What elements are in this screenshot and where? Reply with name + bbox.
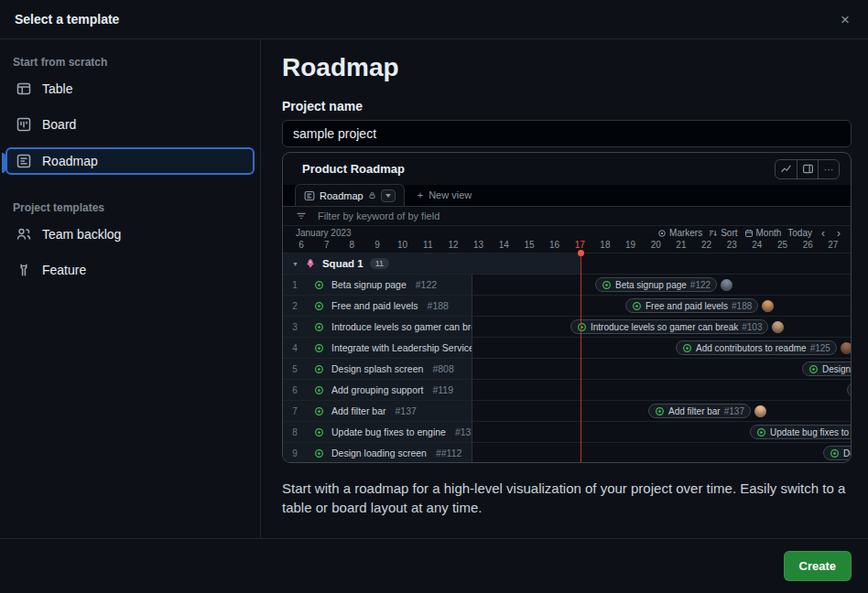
timeline-date: 13 [473,240,483,250]
open-issue-icon [314,280,324,290]
pill-title: Add filter bar [668,406,721,416]
timeline-date: 12 [448,240,458,250]
roadmap-row-table-cell: 2Free and paid levels#188 [283,296,472,316]
open-issue-icon [655,406,665,416]
lock-icon [368,191,376,199]
pill-title: Design splash screen [822,364,852,374]
open-issue-icon [682,343,692,353]
timeline-pill: Design loading screen#112 [823,446,852,460]
timeline-date: 15 [524,240,534,250]
open-issue-icon [314,364,324,374]
sidebar-section-gap [5,185,255,198]
row-number: 7 [283,406,307,416]
timeline-date: 19 [625,240,635,250]
open-issue-icon [632,301,642,311]
create-button[interactable]: Create [784,551,852,581]
tab-roadmap: Roadmap [295,184,405,206]
row-number: 4 [283,343,307,353]
timeline-date: 6 [298,240,304,250]
timeline-pill-bar: Introduce levels so gamer can break#103 [570,319,768,334]
timeline-date: 26 [803,240,813,250]
sidebar-item-table[interactable]: Table [5,76,255,102]
close-icon[interactable]: × [837,8,853,31]
timeline-pill-bar: Design splash screen#808 [802,361,852,376]
timeline-date: 25 [777,240,787,250]
chevron-right-icon: › [834,227,843,240]
row-number: 1 [283,280,307,290]
people-icon [16,227,31,242]
open-issue-icon [756,427,766,437]
new-view-label: New view [429,189,472,200]
today-button: Today [787,228,812,238]
roadmap-row: 3Introduce levels so gamer can break#103… [283,316,851,337]
timeline-pill: Introduce levels so gamer can break#103 [570,319,784,334]
project-name-input[interactable] [282,120,852,147]
timeline-pill: Add contributors to readme#125 [676,340,852,355]
filter-placeholder: Filter by keyword of by field [318,210,439,221]
dialog-title: Select a template [15,12,119,27]
pill-title: Beta signup page [615,280,687,290]
open-issue-icon [808,364,819,374]
sort-icon [709,229,718,238]
pill-title: Add contributors to readme [696,343,807,353]
roadmap-row-table-cell: 9Design loading screen##112 [283,443,472,463]
row-issue-number: #133 [455,426,472,437]
roadmap-row: 6Add grouping support#119Add grouping su… [283,379,851,400]
sidebar-item-label: Team backlog [42,227,121,242]
timeline-date: 8 [350,240,355,250]
timeline-date: 10 [397,240,407,250]
row-title: Introduce levels so gamer can break [331,321,472,332]
sidebar-item-roadmap[interactable]: Roadmap [5,147,255,175]
chevron-down-icon [385,194,391,198]
timeline-date: 21 [676,240,686,250]
select-template-dialog: Select a template × Start from scratchTa… [0,0,868,593]
roadmap-row-table-cell: 8Update bug fixes to engine#133 [283,422,472,442]
timeline-date: 11 [423,240,432,250]
roadmap-row-table-cell: 4Integrate with Leadership Service#125 [283,338,472,358]
row-number: 8 [283,427,307,437]
timeline-date: 17 [575,240,585,250]
pill-issue-number: #103 [742,322,762,332]
main-panel: Roadmap Project name Product Roadmap ··· [261,39,868,538]
sort-button: Sort [709,228,737,238]
timeline-pill-bar: Update bug fixes to engine#133 [750,425,852,439]
row-number: 6 [283,385,307,395]
row-title: Beta signup page [331,279,407,290]
sidebar-item-label: Feature [42,263,86,277]
roadmap-row: 9Design loading screen##112Design loadin… [283,442,851,463]
roadmap-row: 5Design splash screen#808Design splash s… [283,358,851,379]
dialog-footer: Create [0,538,868,593]
preview-header: Product Roadmap ··· [283,153,851,185]
timeline-pill-bar: Beta signup page#122 [595,277,717,292]
today-line [580,253,581,463]
active-indicator [2,153,5,173]
roadmap-row-table-cell: 1Beta signup page#122 [283,275,472,295]
month-zoom-button: Month [744,228,782,238]
sidebar-item-board[interactable]: Board [5,112,255,137]
open-issue-icon [314,406,324,416]
sidebar-item-feature[interactable]: Feature [5,257,255,283]
timeline-date: 7 [324,240,330,250]
board-icon [16,117,31,132]
preview-title: Product Roadmap [302,162,405,176]
row-number: 9 [283,448,307,458]
roadmap-row: 2Free and paid levels#188Free and paid l… [283,295,851,316]
timeline-pill: Add filter bar#137 [648,404,766,418]
calendar-icon [744,229,754,238]
timeline-pill-bar: Add grouping support#119 [847,383,852,397]
sidebar-item-team-backlog[interactable]: Team backlog [5,221,255,247]
tools-icon [16,263,31,277]
filter-icon [296,210,307,221]
avatar [762,300,774,312]
timeline-pill-bar: Free and paid levels#188 [625,298,758,313]
row-number: 2 [283,301,307,311]
group-count-badge: 11 [370,258,389,269]
preview-tab-bar: Roadmap + New view [283,185,851,207]
rocket-icon [305,258,316,269]
pill-title: Introduce levels so gamer can break [591,322,738,332]
roadmap-preview-image: Product Roadmap ··· Roadmap [282,152,852,463]
group-name: Squad 1 [322,258,363,269]
timeline-pill: Free and paid levels#188 [625,298,774,313]
timeline-date: 23 [727,240,737,250]
roadmap-row-table-cell: 7Add filter bar#137 [283,401,472,421]
